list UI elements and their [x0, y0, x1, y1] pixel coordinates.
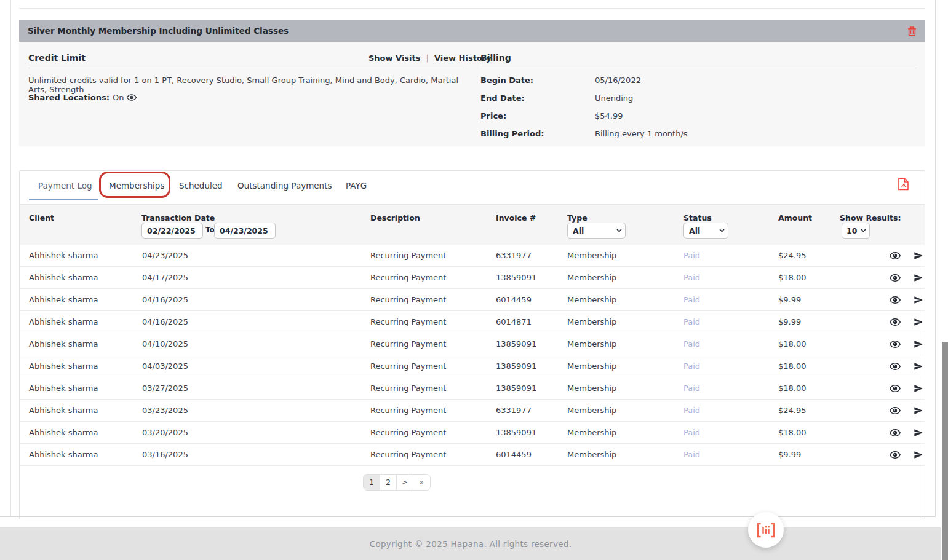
cell-date: 04/03/2025	[142, 355, 188, 377]
billing-value: Billing every 1 month/s	[595, 129, 688, 138]
table-row: Abhishek sharma 03/27/2025 Recurring Pay…	[20, 377, 925, 400]
cell-type: Membership	[567, 289, 616, 310]
cell-amount: $9.99	[778, 444, 801, 465]
billing-value: 05/16/2022	[595, 76, 641, 85]
show-results-select[interactable]: 10	[842, 223, 870, 239]
send-receipt-button[interactable]	[914, 339, 923, 349]
page-right-border	[935, 0, 936, 517]
send-receipt-button[interactable]	[914, 295, 923, 305]
cell-date: 04/17/2025	[142, 267, 188, 288]
row-actions	[890, 444, 923, 465]
row-actions	[890, 267, 923, 288]
send-icon	[914, 361, 923, 371]
view-payment-button[interactable]	[890, 407, 901, 414]
tab-scheduled[interactable]: Scheduled	[179, 177, 223, 194]
eye-icon[interactable]	[127, 94, 137, 101]
send-receipt-button[interactable]	[914, 450, 923, 460]
view-payment-button[interactable]	[890, 274, 901, 282]
show-visits-link[interactable]: Show Visits	[368, 53, 421, 63]
send-receipt-button[interactable]	[914, 317, 923, 327]
send-receipt-button[interactable]	[914, 428, 923, 438]
last-page-button[interactable]: »	[413, 475, 430, 490]
send-icon	[914, 317, 923, 327]
table-row: Abhishek sharma 04/10/2025 Recurring Pay…	[20, 333, 925, 355]
cell-description: Recurring Payment	[370, 311, 446, 333]
date-to-input[interactable]	[214, 223, 276, 239]
view-payment-button[interactable]	[890, 385, 901, 392]
cell-invoice: 13859091	[496, 422, 536, 443]
send-receipt-button[interactable]	[914, 384, 923, 393]
view-payment-button[interactable]	[890, 451, 901, 459]
view-payment-button[interactable]	[890, 318, 901, 326]
cell-description: Recurring Payment	[370, 333, 446, 355]
cell-status: Paid	[683, 400, 700, 421]
cell-amount: $18.00	[778, 355, 807, 377]
view-payment-button[interactable]	[890, 252, 901, 259]
billing-field-end-date: End Date: Unending	[480, 93, 917, 106]
barcode-scan-fab[interactable]	[748, 512, 784, 548]
footer: Copyright © 2025 Hapana. All rights rese…	[0, 527, 941, 560]
credit-limit-divider	[28, 68, 463, 68]
cell-amount: $18.00	[778, 377, 807, 399]
cell-type: Membership	[567, 355, 616, 377]
cell-amount: $18.00	[778, 333, 807, 355]
table-row: Abhishek sharma 04/23/2025 Recurring Pay…	[20, 245, 925, 267]
send-receipt-button[interactable]	[914, 251, 923, 261]
send-receipt-button[interactable]	[914, 273, 923, 283]
cell-status: Paid	[683, 333, 700, 355]
cell-type: Membership	[567, 422, 616, 443]
eye-icon	[890, 274, 901, 282]
send-icon	[914, 384, 923, 393]
status-filter-select[interactable]: All	[683, 223, 728, 239]
send-receipt-button[interactable]	[914, 406, 923, 416]
row-actions	[890, 311, 923, 333]
page-button-2[interactable]: 2	[380, 475, 397, 490]
tab-payg[interactable]: PAYG	[346, 177, 367, 194]
page-button-1[interactable]: 1	[364, 475, 380, 490]
next-page-button[interactable]: >	[397, 475, 413, 490]
billing-value: Unending	[595, 93, 633, 103]
cell-date: 03/23/2025	[142, 400, 188, 421]
cell-amount: $24.95	[778, 245, 807, 266]
cell-amount: $9.99	[778, 311, 801, 333]
send-icon	[914, 273, 923, 283]
table-row: Abhishek sharma 03/16/2025 Recurring Pay…	[20, 444, 925, 466]
eye-icon	[890, 318, 901, 326]
row-actions	[890, 400, 923, 421]
eye-icon	[890, 363, 901, 370]
row-actions	[890, 377, 923, 399]
column-header-show-results: Show Results:	[840, 213, 901, 223]
cell-status: Paid	[683, 444, 700, 465]
view-payment-button[interactable]	[890, 341, 901, 348]
vertical-scrollbar[interactable]	[942, 342, 948, 560]
export-pdf-button[interactable]	[898, 178, 909, 193]
type-filter-select[interactable]: All	[567, 223, 626, 239]
membership-title-bar: Silver Monthly Membership Including Unli…	[19, 20, 925, 42]
billing-heading: Billing	[480, 53, 511, 63]
pagination: 1 2 > »	[363, 474, 431, 491]
cell-status: Paid	[683, 245, 700, 266]
cell-invoice: 6331977	[496, 400, 532, 421]
cell-description: Recurring Payment	[370, 355, 446, 377]
cell-invoice: 13859091	[496, 355, 536, 377]
cell-invoice: 13859091	[496, 267, 536, 288]
delete-membership-button[interactable]	[907, 26, 917, 36]
view-payment-button[interactable]	[890, 363, 901, 370]
billing-field-begin-date: Begin Date: 05/16/2022	[480, 76, 917, 88]
date-from-input[interactable]	[141, 223, 203, 239]
eye-icon	[890, 296, 901, 304]
credit-limit-description: Unlimited credits valid for 1 on 1 PT, R…	[28, 76, 459, 94]
row-actions	[890, 422, 923, 443]
billing-divider	[480, 68, 917, 68]
view-payment-button[interactable]	[890, 296, 901, 304]
tab-memberships[interactable]: Memberships	[109, 177, 164, 194]
column-header-client: Client	[29, 213, 54, 223]
link-separator: |	[426, 53, 429, 63]
column-header-amount: Amount	[778, 213, 812, 223]
view-payment-button[interactable]	[890, 429, 901, 436]
table-row: Abhishek sharma 04/16/2025 Recurring Pay…	[20, 311, 925, 333]
cell-status: Paid	[683, 377, 700, 399]
tab-payment-log[interactable]: Payment Log	[38, 177, 92, 194]
tab-outstanding-payments[interactable]: Outstanding Payments	[237, 177, 332, 194]
send-receipt-button[interactable]	[914, 361, 923, 371]
